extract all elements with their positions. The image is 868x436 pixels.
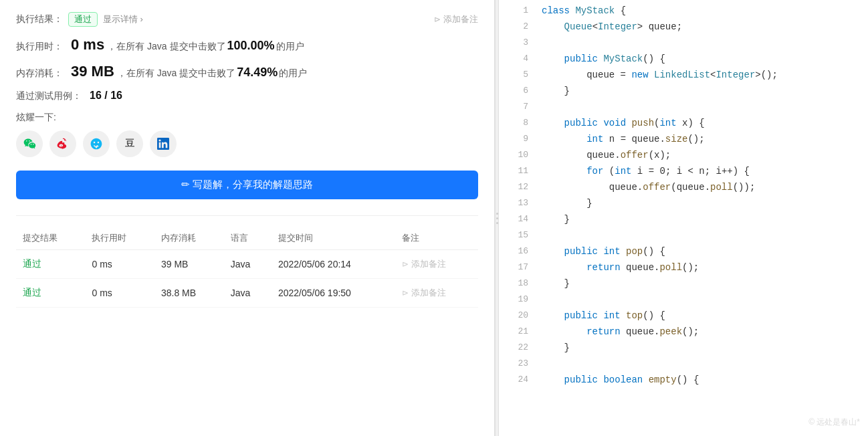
flag-icon: ⊳	[434, 15, 441, 24]
memory-suffix: ，在所有 Java 提交中击败了	[117, 68, 235, 80]
line-number: 20	[504, 308, 528, 324]
code-line: 8 public void push(int x) {	[499, 115, 868, 131]
line-content	[542, 227, 547, 243]
line-number: 17	[504, 259, 528, 276]
divider-dot	[496, 217, 498, 219]
line-number: 9	[504, 131, 528, 147]
line-content: public boolean empty() {	[542, 372, 699, 388]
cell-note[interactable]: ⊳ 添加备注	[395, 279, 478, 308]
line-content: }	[542, 276, 570, 292]
left-panel: 执行结果： 通过 显示详情 › ⊳ 添加备注 执行用时： 0 ms ，在所有 J…	[0, 0, 495, 436]
add-note-cell[interactable]: ⊳ 添加备注	[402, 258, 471, 270]
result-label: 执行结果：	[16, 13, 63, 25]
time-row: 执行用时： 0 ms ，在所有 Java 提交中击败了 100.00% 的用户	[16, 36, 478, 53]
code-line: 15	[499, 227, 868, 243]
line-number: 11	[504, 163, 528, 179]
line-number: 23	[504, 356, 528, 372]
line-content	[542, 356, 547, 372]
cell-date: 2022/05/06 19:50	[272, 279, 395, 308]
line-content: }	[542, 83, 570, 99]
line-content: queue.offer(x);	[542, 147, 671, 163]
line-number: 14	[504, 211, 528, 227]
add-note-cell[interactable]: ⊳ 添加备注	[402, 287, 471, 299]
line-number: 7	[504, 99, 528, 115]
line-content: Queue<Integer> queue;	[542, 19, 682, 35]
col-time: 执行用时	[85, 227, 154, 250]
line-content: }	[542, 340, 570, 356]
code-line: 9 int n = queue.size();	[499, 131, 868, 147]
time-value: 0 ms	[71, 36, 104, 53]
cell-date: 2022/05/06 20:14	[272, 250, 395, 279]
line-content: queue.offer(queue.poll());	[542, 179, 755, 195]
divider-dot	[496, 222, 498, 224]
cell-result[interactable]: 通过	[16, 279, 85, 308]
code-line: 10 queue.offer(x);	[499, 147, 868, 163]
time-label: 执行用时：	[16, 41, 63, 53]
line-number: 10	[504, 147, 528, 163]
weibo-button[interactable]	[49, 130, 76, 157]
line-content: public MyStack() {	[542, 51, 665, 67]
code-line: 3	[499, 35, 868, 51]
line-number: 21	[504, 324, 528, 340]
line-content: }	[542, 211, 570, 227]
memory-label: 内存消耗：	[16, 68, 63, 80]
memory-pct: 74.49%	[237, 66, 278, 80]
col-memory: 内存消耗	[154, 227, 224, 250]
cell-time: 0 ms	[85, 279, 154, 308]
code-line: 2 Queue<Integer> queue;	[499, 19, 868, 35]
boast-label: 炫耀一下:	[16, 112, 56, 124]
col-result: 提交结果	[16, 227, 85, 250]
show-detail-link[interactable]: 显示详情 ›	[103, 13, 143, 25]
testcase-value: 16 / 16	[90, 90, 122, 102]
line-content: return queue.peek();	[542, 324, 699, 340]
line-content	[542, 292, 547, 308]
line-number: 12	[504, 179, 528, 195]
code-line: 5 queue = new LinkedList<Integer>();	[499, 67, 868, 83]
table-body: 通过0 ms39 MBJava2022/05/06 20:14⊳ 添加备注通过0…	[16, 250, 478, 308]
cell-memory: 38.8 MB	[154, 279, 224, 308]
line-number: 1	[504, 3, 528, 19]
code-line: 1class MyStack {	[499, 3, 868, 19]
cell-result[interactable]: 通过	[16, 250, 85, 279]
memory-value: 39 MB	[71, 63, 114, 80]
pass-badge: 通过	[68, 12, 98, 27]
table-header: 提交结果 执行用时 内存消耗 语言 提交时间 备注	[16, 227, 478, 250]
code-line: 13 }	[499, 195, 868, 211]
line-number: 4	[504, 51, 528, 67]
divider-dot	[496, 213, 498, 215]
time-pct: 100.00%	[227, 39, 275, 53]
code-line: 7	[499, 99, 868, 115]
divider	[16, 215, 478, 216]
social-icons: 豆	[16, 130, 478, 157]
add-note-button[interactable]: ⊳ 添加备注	[434, 13, 478, 25]
line-number: 16	[504, 243, 528, 259]
write-solution-button[interactable]: ✏ 写题解，分享我的解题思路	[16, 171, 478, 199]
line-content: class MyStack {	[542, 3, 626, 19]
line-content: int n = queue.size();	[542, 131, 705, 147]
code-line: 19	[499, 292, 868, 308]
line-number: 2	[504, 19, 528, 35]
line-number: 24	[504, 372, 528, 388]
result-row: 执行结果： 通过 显示详情 › ⊳ 添加备注	[16, 12, 478, 27]
code-line: 23	[499, 356, 868, 372]
code-editor: 1class MyStack {2 Queue<Integer> queue;3…	[499, 0, 868, 436]
table-row: 通过0 ms39 MBJava2022/05/06 20:14⊳ 添加备注	[16, 250, 478, 279]
code-line: 18 }	[499, 276, 868, 292]
qq-button[interactable]	[83, 130, 110, 157]
cell-time: 0 ms	[85, 250, 154, 279]
linkedin-button[interactable]	[150, 130, 177, 157]
code-line: 20 public int top() {	[499, 308, 868, 324]
line-number: 6	[504, 83, 528, 99]
line-content	[542, 99, 547, 115]
boast-row: 炫耀一下:	[16, 112, 478, 124]
wechat-button[interactable]	[16, 130, 43, 157]
line-content: }	[542, 195, 592, 211]
line-number: 18	[504, 276, 528, 292]
time-suffix: ，在所有 Java 提交中击败了	[107, 41, 225, 53]
cell-note[interactable]: ⊳ 添加备注	[395, 250, 478, 279]
line-number: 8	[504, 115, 528, 131]
col-note: 备注	[395, 227, 478, 250]
code-line: 11 for (int i = 0; i < n; i++) {	[499, 163, 868, 179]
code-line: 6 }	[499, 83, 868, 99]
douban-button[interactable]: 豆	[116, 130, 143, 157]
